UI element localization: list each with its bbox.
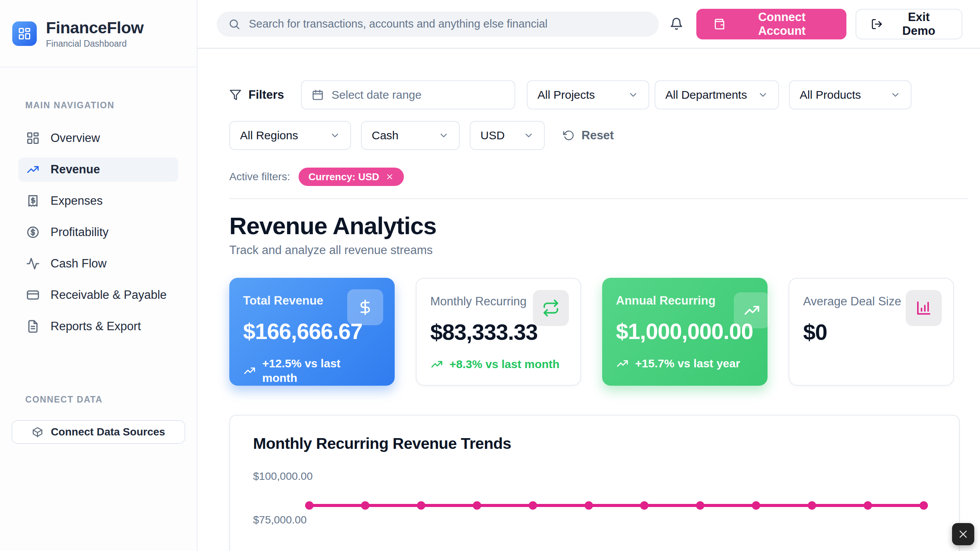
regions-dropdown[interactable]: All Regions: [229, 121, 351, 150]
connect-account-label: Connect Account: [734, 10, 830, 38]
bar-chart-icon: [915, 299, 933, 317]
filters-row-1: Filters Select date range All Projects A…: [229, 80, 969, 109]
page-subtitle: Track and analyze all revenue streams: [229, 243, 969, 257]
annual-recurring-card: Annual Recurring $1,000,000.00 +15.7% vs…: [602, 278, 768, 386]
calendar-icon: [312, 89, 324, 101]
active-filters-label: Active filters:: [229, 171, 290, 183]
metric-title: Annual Recurring: [616, 294, 754, 308]
dollar-icon: [356, 298, 374, 316]
date-range-input[interactable]: Select date range: [301, 80, 515, 109]
top-bar: Connect Account Exit Demo: [198, 0, 980, 49]
trending-up-icon: [430, 358, 443, 371]
chart-point[interactable]: [696, 501, 704, 510]
cash-basis-dropdown[interactable]: Cash: [361, 121, 460, 150]
reset-filters-button[interactable]: Reset: [563, 129, 614, 142]
receipt-icon: [26, 194, 40, 208]
dashboard-grid-icon: [26, 131, 40, 145]
chart-point[interactable]: [361, 501, 369, 510]
metric-cards: Total Revenue $166,666.67 +12.5% vs last…: [229, 278, 969, 386]
sidebar-item-label: Expenses: [51, 194, 103, 208]
y-axis-tick: $75,000.00: [253, 514, 307, 526]
chart-point[interactable]: [752, 501, 760, 510]
connect-account-button[interactable]: Connect Account: [696, 9, 846, 39]
sidebar-item-label: Profitability: [51, 225, 109, 239]
chevron-down-icon: [758, 90, 768, 100]
currency-filter-chip-label: Currency: USD: [309, 171, 379, 183]
sidebar: FinanceFlow Financial Dashboard MAIN NAV…: [0, 0, 198, 551]
currency-dropdown[interactable]: USD: [470, 121, 545, 150]
log-out-icon: [871, 18, 883, 30]
search-input[interactable]: [249, 18, 647, 30]
average-deal-size-card: Average Deal Size $0: [789, 278, 954, 386]
trending-up-icon: [616, 357, 629, 370]
currency-dropdown-value: USD: [480, 129, 505, 142]
monthly-recurring-card: Monthly Recurring $83,333.33 +8.3% vs la…: [416, 278, 581, 386]
connect-data-sources-button[interactable]: Connect Data Sources: [11, 420, 185, 444]
chart-point[interactable]: [864, 501, 872, 510]
close-icon[interactable]: [385, 173, 394, 181]
departments-dropdown[interactable]: All Departments: [655, 80, 779, 109]
metric-icon-box: [533, 290, 569, 326]
mrr-trends-chart-card: Monthly Recurring Revenue Trends $100,00…: [229, 415, 960, 551]
active-filters-row: Active filters: Currency: USD: [229, 168, 969, 186]
app-window: FinanceFlow Financial Dashboard MAIN NAV…: [0, 0, 980, 551]
regions-dropdown-value: All Regions: [240, 129, 298, 142]
metric-trend: +12.5% vs last month: [243, 356, 381, 385]
search-bar[interactable]: [217, 11, 659, 37]
nav-section-label: MAIN NAVIGATION: [25, 100, 197, 111]
chart-point[interactable]: [529, 501, 537, 510]
chart-point[interactable]: [808, 501, 816, 510]
sidebar-item-revenue[interactable]: Revenue: [18, 157, 178, 182]
chart-point[interactable]: [305, 501, 314, 510]
main-navigation: Overview Revenue Expenses: [0, 126, 197, 346]
sidebar-item-reports-export[interactable]: Reports & Export: [18, 314, 178, 339]
activity-icon: [26, 257, 40, 271]
main-area: Connect Account Exit Demo Filters: [198, 0, 980, 551]
metric-trend-text: +12.5% vs last month: [262, 356, 377, 385]
credit-card-icon: [26, 288, 40, 302]
trending-up-icon: [743, 302, 761, 319]
metric-icon-box: [734, 292, 770, 328]
sidebar-item-profitability[interactable]: Profitability: [18, 220, 178, 245]
metric-icon-box: [347, 289, 383, 325]
dashboard-grid-icon: [18, 27, 31, 41]
sidebar-item-label: Revenue: [51, 163, 100, 176]
sidebar-item-expenses[interactable]: Expenses: [18, 189, 178, 213]
section-divider: [229, 198, 969, 199]
dollar-circle-icon: [26, 225, 40, 239]
trending-up-icon: [26, 163, 40, 176]
search-icon: [228, 18, 240, 30]
metric-icon-box: [906, 290, 942, 326]
filters-label: Filters: [229, 88, 284, 102]
exit-demo-label: Exit Demo: [890, 10, 947, 38]
filters-label-text: Filters: [248, 88, 284, 102]
projects-dropdown-value: All Projects: [537, 88, 595, 101]
logo-badge: [12, 21, 37, 46]
trending-up-icon: [243, 364, 256, 377]
sidebar-item-cash-flow[interactable]: Cash Flow: [18, 251, 178, 276]
products-dropdown[interactable]: All Products: [789, 80, 911, 109]
chart-point[interactable]: [473, 501, 481, 510]
sidebar-item-receivable-payable[interactable]: Receivable & Payable: [18, 283, 178, 307]
chart-point[interactable]: [585, 501, 593, 510]
sidebar-item-label: Cash Flow: [51, 257, 106, 271]
close-overlay-button[interactable]: [952, 523, 974, 545]
date-range-placeholder: Select date range: [332, 88, 421, 101]
filters-row-2: All Regions Cash USD Reset: [229, 121, 969, 150]
currency-filter-chip[interactable]: Currency: USD: [299, 168, 404, 186]
chart-point[interactable]: [920, 501, 928, 510]
page-title: Revenue Analytics: [229, 212, 969, 240]
metric-value: $1,000,000.00: [616, 318, 754, 344]
projects-dropdown[interactable]: All Projects: [527, 80, 649, 109]
bell-icon: [670, 17, 683, 31]
chart-plot: $100,000.00$75,000.00$50,000.00: [253, 458, 936, 551]
notifications-button[interactable]: [670, 17, 683, 31]
chevron-down-icon: [890, 90, 901, 100]
rotate-ccw-icon: [563, 130, 575, 141]
chart-point[interactable]: [417, 501, 425, 510]
total-revenue-card: Total Revenue $166,666.67 +12.5% vs last…: [229, 278, 395, 386]
chart-point[interactable]: [640, 501, 648, 510]
sidebar-item-overview[interactable]: Overview: [18, 126, 178, 150]
metric-trend: +8.3% vs last month: [430, 357, 567, 372]
exit-demo-button[interactable]: Exit Demo: [856, 9, 962, 39]
